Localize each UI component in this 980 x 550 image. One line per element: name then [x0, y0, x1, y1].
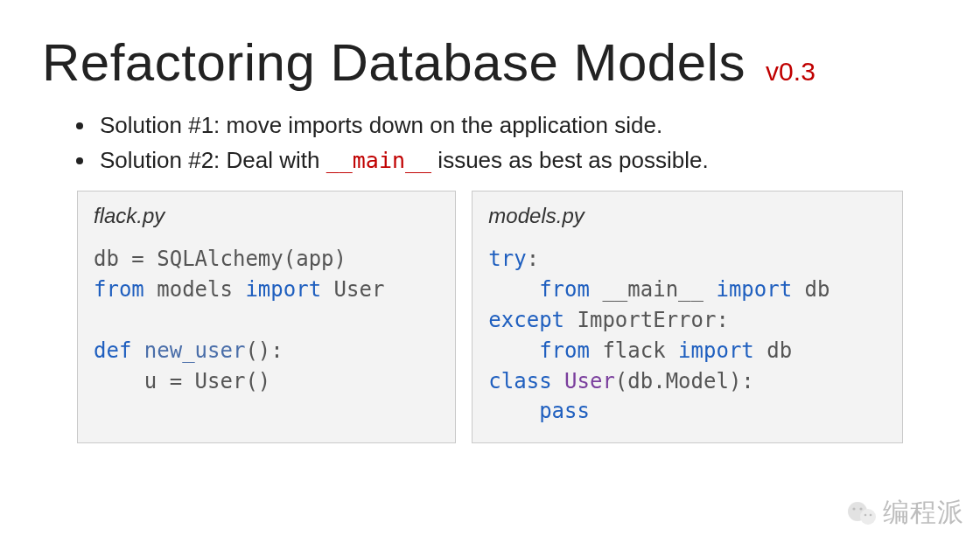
- watermark: 编程派: [846, 495, 964, 531]
- filename-left: flack.py: [94, 204, 439, 228]
- svg-point-3: [859, 507, 862, 510]
- bullet-list: Solution #1: move imports down on the ap…: [96, 109, 938, 177]
- code-columns: flack.py db = SQLAlchemy(app) from model…: [77, 191, 903, 443]
- bullet-2-prefix: Solution #2: Deal with: [100, 147, 326, 173]
- code-left: db = SQLAlchemy(app) from models import …: [94, 244, 439, 396]
- code-box-right: models.py try: from __main__ import db e…: [472, 191, 903, 443]
- code-right: try: from __main__ import db except Impo…: [488, 244, 886, 427]
- version-tag: v0.3: [766, 57, 816, 86]
- title-text: Refactoring Database Models: [42, 33, 746, 92]
- bullet-2: Solution #2: Deal with __main__ issues a…: [96, 144, 938, 178]
- watermark-text: 编程派: [883, 495, 964, 531]
- bullet-1: Solution #1: move imports down on the ap…: [96, 109, 938, 143]
- code-box-left: flack.py db = SQLAlchemy(app) from model…: [77, 191, 456, 443]
- svg-point-5: [870, 513, 872, 516]
- wechat-icon: [846, 498, 878, 529]
- slide: Refactoring Database Models v0.3 Solutio…: [0, 0, 980, 550]
- slide-title: Refactoring Database Models v0.3: [42, 35, 938, 90]
- bullet-2-suffix: issues as best as possible.: [431, 147, 709, 173]
- bullet-2-code: __main__: [326, 148, 431, 173]
- svg-point-2: [852, 507, 855, 510]
- svg-point-1: [860, 509, 876, 525]
- svg-point-4: [864, 513, 867, 516]
- filename-right: models.py: [488, 204, 886, 228]
- bullet-1-text: Solution #1: move imports down on the ap…: [100, 112, 662, 138]
